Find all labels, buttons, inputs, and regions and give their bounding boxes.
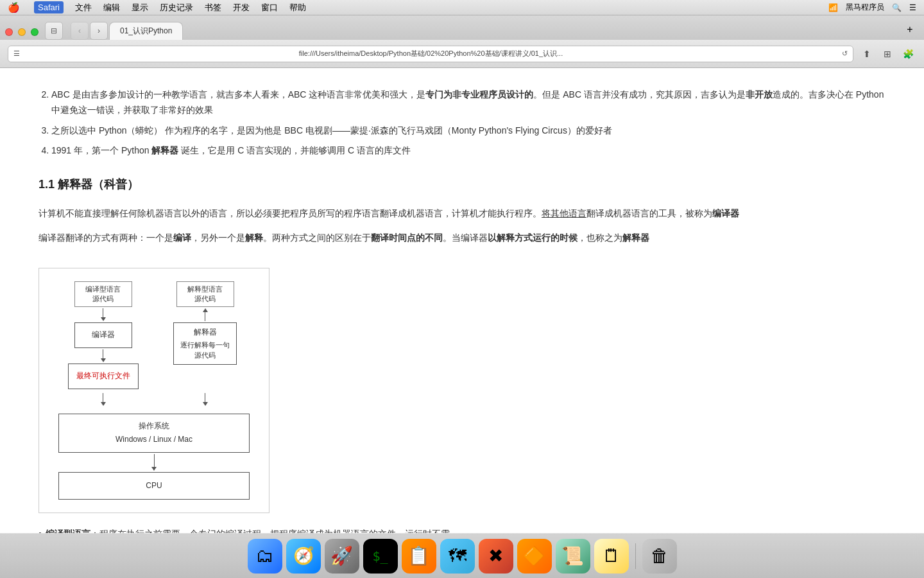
menu-file[interactable]: 文件 bbox=[75, 2, 92, 13]
executable-box: 最终可执行文件 bbox=[68, 363, 139, 389]
cpu-label: CPU bbox=[146, 481, 162, 490]
share-button[interactable]: ⬆ bbox=[859, 46, 875, 62]
os-box: 操作系统 Windows / Linux / Mac bbox=[58, 414, 250, 453]
trash-icon: 🗑 bbox=[651, 545, 669, 566]
active-tab[interactable]: 01_认识Python bbox=[109, 22, 183, 40]
forward-button[interactable]: › bbox=[90, 22, 108, 40]
os-label: 操作系统 bbox=[67, 419, 242, 434]
bold-compile: 编译 bbox=[173, 232, 191, 243]
address-bar[interactable]: ☰ file:///Users/itheima/Desktop/Python基础… bbox=[8, 46, 853, 62]
safari-icon: 🧭 bbox=[293, 546, 314, 566]
dock-item-safari[interactable]: 🧭 bbox=[286, 539, 321, 574]
cpu-box: CPU bbox=[58, 472, 250, 500]
underline-text: 将其他语言 bbox=[542, 208, 586, 218]
bullet-item-compiled: • 编译型语言：程序在执行之前需要一个专门的编译过程，把程序编译成为机器语言的文… bbox=[38, 526, 886, 533]
menu-safari[interactable]: Safari bbox=[34, 1, 64, 13]
compiler-box: 编译器 bbox=[74, 322, 132, 348]
back-button[interactable]: ‹ bbox=[71, 22, 89, 40]
arrow-up-1 bbox=[203, 308, 208, 321]
section-title: 1.1 解释器（科普） bbox=[38, 174, 886, 195]
window-controls bbox=[5, 28, 38, 36]
bullet-dot: • bbox=[38, 526, 42, 533]
finder-icon: 🗂 bbox=[256, 545, 274, 566]
reader-button[interactable]: ⊞ bbox=[879, 46, 896, 62]
diagram-compiled-column: 编译型语言 源代码 编译器 最终可执行文件 bbox=[52, 281, 154, 389]
compiled-source-label: 编译型语言 bbox=[80, 285, 126, 294]
arrow-down-2 bbox=[101, 349, 106, 362]
maximize-button[interactable] bbox=[31, 28, 38, 36]
left-converge-arrow bbox=[52, 393, 154, 412]
extensions-button[interactable]: 🧩 bbox=[900, 46, 916, 62]
menu-bar-wifi-icon: 📶 bbox=[828, 3, 838, 12]
dock-item-terminal[interactable]: $_ bbox=[363, 539, 398, 574]
diagram-container: 编译型语言 源代码 编译器 最终可执行文件 bbox=[38, 268, 270, 514]
interpreted-source-box: 解释型语言 源代码 bbox=[176, 281, 234, 308]
bold-timing: 翻译时间点的不同 bbox=[371, 232, 443, 243]
os-sub: Windows / Linux / Mac bbox=[67, 433, 242, 447]
bold-text-3: 解释器 bbox=[151, 145, 178, 155]
sidebar-toggle-button[interactable]: ⊟ bbox=[45, 22, 63, 40]
list-item-3: 之所以选中 Python（蟒蛇） 作为程序的名字，是因为他是 BBC 电视剧——… bbox=[51, 123, 886, 139]
paragraph-1: 计算机不能直接理解任何除机器语言以外的语言，所以必须要把程序员所写的程序语言翻译… bbox=[38, 206, 886, 222]
converging-arrows bbox=[52, 393, 256, 412]
dock-item-paste[interactable]: 📋 bbox=[402, 539, 436, 574]
compiled-source-box: 编译型语言 源代码 bbox=[74, 281, 132, 308]
toolbar: ☰ file:///Users/itheima/Desktop/Python基础… bbox=[0, 40, 924, 68]
right-converge-arrow bbox=[154, 393, 256, 412]
dock-item-launchpad[interactable]: 🚀 bbox=[325, 539, 359, 574]
bold-interpret-mode: 以解释方式运行的时候 bbox=[488, 232, 578, 243]
dock-item-finder[interactable]: 🗂 bbox=[248, 539, 282, 574]
address-lock-icon: ☰ bbox=[13, 49, 20, 58]
interpreted-source-label: 解释型语言 bbox=[182, 285, 228, 294]
toolbar-right: ⬆ ⊞ 🧩 bbox=[859, 46, 916, 62]
list-item-2: ABC 是由吉多参加设计的一种教学语言，就吉多本人看来，ABC 这种语言非常优美… bbox=[51, 87, 886, 118]
diagram-interpreted-column: 解释型语言 源代码 解释器 逐行解释每一句源代码 bbox=[154, 281, 256, 389]
address-text: file:///Users/itheima/Desktop/Python基础/0… bbox=[24, 49, 838, 58]
bold-compiler: 编译器 bbox=[712, 208, 739, 218]
apple-menu[interactable]: 🍎 bbox=[8, 2, 20, 13]
list-item-4: 1991 年，第一个 Python 解释器 诞生，它是用 C 语言实现的，并能够… bbox=[51, 143, 886, 159]
menu-view[interactable]: 显示 bbox=[132, 2, 148, 13]
dock-item-trash[interactable]: 🗑 bbox=[642, 539, 677, 574]
paragraph-2: 编译器翻译的方式有两种：一个是编译，另外一个是解释。两种方式之间的区别在于翻译时… bbox=[38, 230, 886, 246]
reload-button[interactable]: ↺ bbox=[842, 49, 848, 58]
menu-bar-search-icon[interactable]: 🔍 bbox=[892, 3, 902, 12]
new-tab-button[interactable]: + bbox=[903, 23, 916, 36]
bold-interpret: 解释 bbox=[245, 232, 263, 243]
close-button[interactable] bbox=[5, 28, 13, 36]
vlc-icon: 🔶 bbox=[523, 545, 545, 566]
menu-help[interactable]: 帮助 bbox=[289, 2, 306, 13]
dock-separator bbox=[635, 543, 636, 569]
menu-window[interactable]: 窗口 bbox=[261, 2, 278, 13]
menu-bar: 🍎 Safari 文件 编辑 显示 历史记录 书签 开发 窗口 帮助 📶 黑马程… bbox=[0, 0, 924, 15]
crossover-icon: ✖ bbox=[488, 545, 503, 566]
diagram-top-columns: 编译型语言 源代码 编译器 最终可执行文件 bbox=[52, 281, 256, 389]
dock-item-crossover[interactable]: ✖ bbox=[479, 539, 513, 574]
content-area: ABC 是由吉多参加设计的一种教学语言，就吉多本人看来，ABC 这种语言非常优美… bbox=[0, 68, 924, 533]
dock-item-maps[interactable]: 🗺 bbox=[440, 539, 475, 574]
launchpad-icon: 🚀 bbox=[330, 545, 353, 566]
dock-item-notes[interactable]: 🗒 bbox=[594, 539, 629, 574]
tab-bar: ⊟ ‹ › 01_认识Python + bbox=[0, 15, 924, 40]
minimize-button[interactable] bbox=[18, 28, 26, 36]
compiled-source-sub: 源代码 bbox=[80, 294, 126, 304]
menu-bar-control-icon[interactable]: ☰ bbox=[909, 3, 916, 12]
interpreter-label: 解释器 bbox=[180, 327, 230, 338]
browser-window: ⊟ ‹ › 01_认识Python + ☰ file:///Users/ithe… bbox=[0, 15, 924, 533]
menu-bar-user[interactable]: 黑马程序员 bbox=[846, 2, 884, 13]
dock-item-scripteditor[interactable]: 📜 bbox=[556, 539, 590, 574]
diagram-wrapper: 编译型语言 源代码 编译器 最终可执行文件 bbox=[52, 281, 256, 500]
menu-bar-right: 📶 黑马程序员 🔍 ☰ bbox=[828, 2, 916, 13]
menu-history[interactable]: 历史记录 bbox=[160, 2, 193, 13]
menu-edit[interactable]: 编辑 bbox=[103, 2, 120, 13]
intro-list: ABC 是由吉多参加设计的一种教学语言，就吉多本人看来，ABC 这种语言非常优美… bbox=[38, 87, 886, 159]
dock-item-vlc[interactable]: 🔶 bbox=[517, 539, 552, 574]
bold-interpreter: 解释器 bbox=[622, 232, 649, 243]
interpreted-source-sub: 源代码 bbox=[182, 294, 228, 304]
dock: 🗂 🧭 🚀 $_ 📋 🗺 ✖ 🔶 📜 🗒 🗑 bbox=[0, 533, 924, 578]
maps-icon: 🗺 bbox=[449, 545, 466, 566]
bold-text-1: 专门为非专业程序员设计的 bbox=[425, 89, 533, 100]
bold-text-2: 非开放 bbox=[746, 89, 773, 100]
menu-bookmarks[interactable]: 书签 bbox=[205, 2, 221, 13]
menu-develop[interactable]: 开发 bbox=[233, 2, 250, 13]
